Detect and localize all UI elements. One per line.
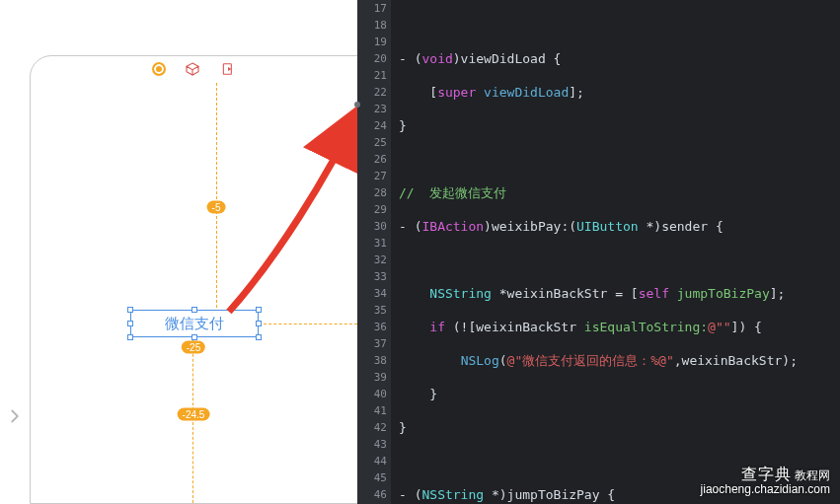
line-number: 42 [357, 419, 387, 436]
line-number: 25 [357, 134, 387, 151]
wechat-pay-button-label: 微信支付 [165, 315, 224, 333]
selection-handle[interactable] [127, 307, 133, 313]
code-editor[interactable]: 1718192021222324252627282930313233343536… [357, 0, 840, 504]
line-number: 38 [357, 352, 387, 369]
line-number: 32 [357, 252, 387, 268]
line-number: 46 [357, 486, 387, 503]
layout-guide-horizontal [259, 324, 357, 324]
code-text: )viewDidLoad { [453, 51, 562, 66]
code-text: )weixibPay:( [484, 219, 576, 234]
type: NSString [421, 487, 484, 502]
code-text: *)sender { [639, 219, 724, 234]
string: @"" [708, 320, 730, 334]
code-text: (![weixinBackStr [445, 320, 584, 334]
line-number: 21 [357, 67, 387, 84]
watermark-brand: 查字典 [741, 466, 792, 482]
string: @"微信支付返回的信息：%@" [507, 353, 674, 368]
keyword: super [437, 85, 476, 100]
code-text: ]; [770, 286, 786, 301]
selection-handle[interactable] [256, 334, 262, 340]
type: NSString [429, 286, 492, 301]
keyword: IBAction [421, 219, 484, 234]
layout-guide-vertical [216, 83, 217, 308]
line-number: 18 [357, 17, 387, 34]
keyword: if [429, 320, 445, 334]
line-number: 35 [357, 302, 387, 319]
method: isEqualToString: [584, 320, 708, 334]
metric-badge: -25 [182, 341, 205, 354]
code-text: *)jumpToBizPay { [484, 487, 615, 502]
line-number: 44 [357, 453, 387, 469]
line-number: 19 [357, 34, 387, 50]
line-number: 40 [357, 386, 387, 402]
selection-handle[interactable] [127, 321, 133, 326]
code-text: *weixinBackStr = [ [492, 286, 639, 301]
comment: // 发起微信支付 [399, 185, 506, 200]
toolbar-3d-icon[interactable] [184, 60, 201, 78]
code-text: ( [499, 353, 507, 368]
toolbar-circle-icon[interactable] [152, 62, 166, 76]
line-number: 27 [357, 168, 387, 184]
line-number: 28 [357, 184, 387, 201]
watermark-url: jiaocheng.chazidian.com [701, 482, 830, 496]
keyword: self [639, 286, 669, 301]
line-number: 45 [357, 469, 387, 486]
breakpoint-marker-icon[interactable] [354, 102, 360, 108]
selection-handle[interactable] [127, 334, 133, 340]
line-number: 20 [357, 50, 387, 67]
selection-handle[interactable] [256, 321, 262, 326]
line-number: 22 [357, 84, 387, 101]
line-number: 31 [357, 235, 387, 252]
line-number: 24 [357, 117, 387, 134]
watermark-sub: 教程网 [795, 468, 830, 482]
device-canvas[interactable] [30, 55, 359, 504]
toolbar-export-icon[interactable] [219, 60, 237, 78]
method: viewDidLoad [484, 85, 569, 100]
selection-handle[interactable] [256, 307, 262, 313]
line-number: 43 [357, 436, 387, 453]
wechat-pay-button[interactable]: 微信支付 [130, 310, 259, 337]
line-number: 26 [357, 151, 387, 168]
type: UIButton [576, 219, 639, 234]
interface-builder-pane: -5 -25 -24.5 微信支付 [0, 0, 357, 504]
line-number: 30 [357, 218, 387, 235]
selection-handle[interactable] [191, 334, 197, 340]
line-number: 34 [357, 285, 387, 302]
ib-toolbar [30, 55, 359, 83]
line-number: 17 [357, 0, 387, 17]
metric-badge: -5 [207, 201, 226, 214]
line-number: 36 [357, 319, 387, 335]
code-area[interactable]: - (void)viewDidLoad { [super viewDidLoad… [391, 0, 840, 504]
metric-badge: -24.5 [178, 408, 210, 421]
selection-handle[interactable] [191, 307, 197, 313]
line-number: 23 [357, 101, 387, 117]
line-number: 39 [357, 369, 387, 386]
code-text: ,weixinBackStr); [674, 353, 798, 368]
line-number: 29 [357, 201, 387, 218]
keyword: void [421, 51, 452, 66]
pane-collapse-arrow-icon[interactable] [4, 402, 26, 430]
line-number: 41 [357, 402, 387, 419]
method: jumpToBizPay [677, 286, 770, 301]
line-number-gutter: 1718192021222324252627282930313233343536… [357, 0, 391, 504]
watermark: 查字典 教程网 jiaocheng.chazidian.com [701, 468, 830, 496]
code-text: ]) { [731, 320, 762, 334]
function: NSLog [461, 353, 499, 368]
line-number: 37 [357, 335, 387, 352]
layout-guide-vertical [192, 339, 193, 503]
line-number: 33 [357, 268, 387, 285]
